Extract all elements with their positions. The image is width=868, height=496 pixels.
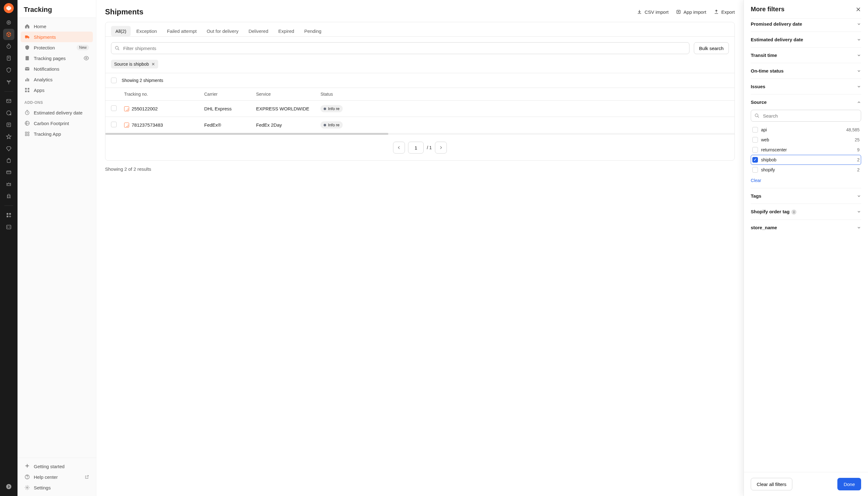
sidebar-item-label: Help center	[34, 475, 58, 480]
tracking-number[interactable]: 2550122002	[132, 106, 158, 111]
sidebar-getting-started[interactable]: Getting started	[21, 461, 93, 471]
sidebar-item-tracking-pages[interactable]: Tracking pages	[21, 53, 93, 63]
source-search-input[interactable]	[751, 110, 861, 122]
app-icon	[25, 131, 30, 137]
filter-section-store[interactable]: store_name	[751, 220, 861, 235]
row-checkbox[interactable]	[111, 122, 116, 127]
source-option-web[interactable]: web 25	[751, 135, 861, 145]
svg-point-0	[7, 21, 11, 25]
filter-shipments-input[interactable]	[111, 42, 690, 54]
bulk-search-button[interactable]: Bulk search	[694, 42, 729, 54]
remove-chip-icon[interactable]	[151, 62, 155, 66]
tab-failed-attempt[interactable]: Failed attempt	[162, 26, 201, 36]
clear-all-filters-button[interactable]: Clear all filters	[751, 478, 792, 490]
home-icon	[25, 24, 30, 29]
prev-page-button[interactable]	[393, 142, 405, 154]
rail-item-apps[interactable]	[3, 210, 14, 221]
tab-expired[interactable]: Expired	[274, 26, 299, 36]
download-icon	[637, 10, 642, 14]
page-title: Shipments	[105, 7, 143, 16]
tab-out-for-delivery[interactable]: Out for delivery	[202, 26, 243, 36]
source-option-shopify[interactable]: shopify 2	[751, 165, 861, 175]
rail-item-crown[interactable]	[3, 179, 14, 190]
rail-item-next[interactable]	[3, 481, 14, 492]
rail-item-doc[interactable]	[3, 119, 14, 130]
rail-item-target[interactable]	[3, 17, 14, 28]
tab-exception[interactable]: Exception	[132, 26, 161, 36]
sidebar-addon-edd[interactable]: Estimated delivery date	[21, 107, 93, 118]
filter-section-issues[interactable]: Issues	[751, 79, 861, 94]
filter-section-tags[interactable]: Tags	[751, 188, 861, 204]
filter-section-estimated[interactable]: Estimated delivery date	[751, 32, 861, 47]
rail-item-star[interactable]	[3, 131, 14, 142]
svg-rect-22	[28, 79, 29, 81]
sidebar-addon-tracking-app[interactable]: Tracking App	[21, 128, 93, 139]
sidebar-item-label: Shipments	[34, 34, 56, 40]
tab-delivered[interactable]: Delivered	[244, 26, 273, 36]
external-link-icon	[85, 475, 89, 479]
chevron-down-icon	[857, 69, 861, 73]
csv-import-button[interactable]: CSV import	[637, 10, 668, 15]
page-input[interactable]	[408, 142, 424, 154]
eye-icon[interactable]	[83, 55, 89, 61]
rail-item-card[interactable]	[3, 167, 14, 178]
filter-section-source[interactable]: Source	[751, 94, 861, 110]
rail-item-code[interactable]	[3, 221, 14, 233]
tab-all[interactable]: All(2)	[111, 26, 131, 36]
sidebar-item-analytics[interactable]: Analytics	[21, 74, 93, 85]
chevron-down-icon	[857, 22, 861, 26]
filter-section-transit[interactable]: Transit time	[751, 48, 861, 63]
svg-point-9	[10, 196, 10, 197]
source-option-api[interactable]: api 48,585	[751, 125, 861, 135]
rail-item-ghost[interactable]	[3, 190, 14, 202]
row-checkbox[interactable]	[111, 105, 116, 111]
checkbox[interactable]	[752, 147, 758, 153]
app-import-button[interactable]: App import	[676, 10, 706, 15]
brand-logo[interactable]	[4, 3, 14, 13]
sidebar-item-notifications[interactable]: Notifications	[21, 63, 93, 74]
source-option-shipbob[interactable]: shipbob 2	[751, 155, 861, 165]
table-row[interactable]: 2550122002 DHL Express EXPRESS WORLDWIDE…	[105, 100, 735, 117]
export-button[interactable]: Export	[714, 10, 735, 15]
svg-rect-21	[27, 78, 28, 82]
table-row[interactable]: 781237573483 FedEx® FedEx 2Day Info re	[105, 117, 735, 133]
sidebar-help[interactable]: Help center	[21, 471, 93, 482]
filter-section-shopify-tag[interactable]: Shopify order tagi	[751, 204, 861, 219]
rail-item-mail[interactable]	[3, 95, 14, 107]
checkbox[interactable]	[752, 167, 758, 173]
tracking-number[interactable]: 781237573483	[132, 122, 163, 128]
sidebar-item-label: Home	[34, 24, 46, 29]
checkbox[interactable]	[752, 157, 758, 162]
checkbox[interactable]	[752, 137, 758, 143]
rail-item-chat[interactable]	[3, 107, 14, 119]
panel-title: More filters	[751, 6, 785, 13]
close-panel-button[interactable]	[855, 6, 861, 12]
sidebar-title: Tracking	[17, 0, 96, 18]
filter-section-promised[interactable]: Promised delivery date	[751, 19, 861, 32]
checkbox[interactable]	[752, 127, 758, 133]
rail-item-tracking[interactable]	[3, 29, 14, 40]
sidebar-item-protection[interactable]: Protection New	[21, 42, 93, 53]
rail-item-bag[interactable]	[3, 155, 14, 166]
rail-item-receipt[interactable]	[3, 52, 14, 64]
done-button[interactable]: Done	[837, 478, 861, 490]
filter-section-ontime[interactable]: On-time status	[751, 63, 861, 78]
sidebar-item-home[interactable]: Home	[21, 21, 93, 32]
tab-pending[interactable]: Pending	[300, 26, 326, 36]
select-all-checkbox[interactable]	[111, 78, 116, 83]
sidebar-item-apps[interactable]: Apps	[21, 85, 93, 95]
horizontal-scrollbar[interactable]	[105, 133, 735, 135]
next-page-button[interactable]	[435, 142, 447, 154]
source-option-returnscenter[interactable]: returnscenter 9	[751, 145, 861, 155]
clear-source-link[interactable]: Clear	[751, 175, 761, 183]
sidebar-settings[interactable]: Settings	[21, 482, 93, 493]
rail-item-sprout[interactable]	[3, 76, 14, 88]
more-filters-panel: More filters Promised delivery date Esti…	[744, 0, 868, 496]
service-cell: EXPRESS WORLDWIDE	[256, 106, 315, 111]
chevron-down-icon	[857, 210, 861, 214]
sidebar-item-shipments[interactable]: Shipments	[21, 32, 93, 42]
rail-item-diamond[interactable]	[3, 143, 14, 154]
rail-item-shield[interactable]	[3, 64, 14, 76]
rail-item-timer[interactable]	[3, 41, 14, 52]
sidebar-addon-carbon[interactable]: Carbon Footprint	[21, 118, 93, 128]
